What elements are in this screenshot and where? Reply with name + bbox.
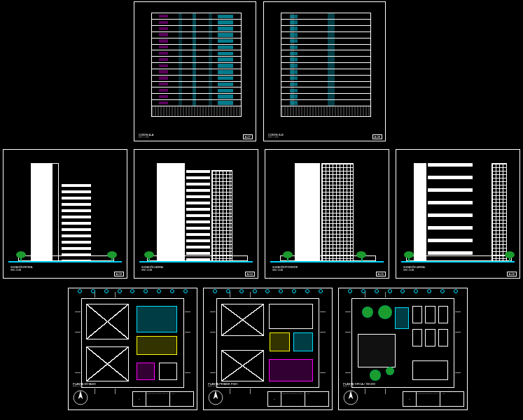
tree-icon bbox=[356, 251, 366, 261]
sheet-cell: A-03 bbox=[440, 392, 463, 406]
sheet-title: ELEVACIÓN LATERAL ESC 1:100 bbox=[142, 266, 164, 272]
tower-wide-bands bbox=[428, 163, 473, 261]
ground-line bbox=[401, 261, 515, 262]
room bbox=[395, 307, 409, 328]
room bbox=[269, 304, 314, 328]
parking-stall bbox=[412, 306, 422, 323]
logo-cell: ▲ bbox=[268, 392, 281, 406]
logo-cell: ▲ bbox=[133, 392, 146, 406]
sheet-section-a: CORTE A-A ESC 1:100 A-07 bbox=[134, 1, 256, 141]
tower-slot bbox=[52, 163, 59, 261]
project-cell: EDIFICIO MULTIFAMILIAR bbox=[416, 392, 440, 406]
sheet-title: ELEVACIÓN LATERAL ESC 1:100 bbox=[404, 266, 426, 272]
grid-bubbles bbox=[348, 289, 457, 296]
void-area bbox=[221, 350, 264, 382]
sheet-number: A-06 bbox=[507, 272, 517, 276]
sheet-title: PLANTA TÍPICA / TECHO ESC 1:100 bbox=[343, 383, 375, 388]
svg-marker-2 bbox=[214, 391, 218, 399]
building-section bbox=[151, 13, 242, 116]
sheet-number: A-04 bbox=[245, 272, 255, 276]
sheet-title: PLANTA PRIMER PISO ESC 1:100 bbox=[208, 383, 237, 388]
tree-icon bbox=[16, 251, 26, 261]
landscape-icon bbox=[379, 306, 391, 318]
grid-bubbles bbox=[78, 289, 187, 296]
title-block: ▲ EDIFICIO MULTIFAMILIAR A-01 bbox=[132, 391, 194, 407]
parking-stall bbox=[438, 329, 448, 346]
sheet-cell: A-01 bbox=[169, 392, 193, 406]
ground-hatch bbox=[281, 106, 370, 116]
room bbox=[269, 359, 314, 382]
sheet-title: CORTE A-A ESC 1:100 bbox=[139, 134, 154, 139]
ground-line bbox=[139, 261, 253, 262]
logo-cell: ▲ bbox=[403, 392, 416, 406]
room bbox=[137, 306, 177, 332]
tower-solid bbox=[157, 163, 185, 261]
scale-text: ESC 1:100 bbox=[139, 136, 154, 139]
ground-line bbox=[8, 261, 122, 262]
sheet-number: A-03 bbox=[114, 272, 124, 276]
tower-solid bbox=[414, 163, 426, 261]
building-section bbox=[281, 13, 371, 116]
void-area bbox=[221, 304, 264, 335]
podium bbox=[147, 255, 248, 261]
tree-icon bbox=[505, 251, 515, 261]
sheet-elev-3: ELEVACIÓN POSTERIOR ESC 1:100 A-05 bbox=[265, 149, 389, 279]
tower-solid bbox=[31, 163, 52, 261]
void-area bbox=[86, 304, 129, 339]
void-area bbox=[86, 346, 129, 382]
drawing-section-b bbox=[267, 5, 382, 138]
north-arrow-icon bbox=[208, 390, 223, 405]
sheet-plan-3: ▲ EDIFICIO MULTIFAMILIAR A-03 PLANTA TÍP… bbox=[338, 288, 468, 410]
room bbox=[358, 334, 396, 368]
landscape-icon bbox=[370, 370, 380, 380]
svg-marker-0 bbox=[78, 391, 83, 399]
parking-stall bbox=[438, 306, 448, 323]
project-cell: EDIFICIO MULTIFAMILIAR bbox=[146, 392, 169, 406]
sheet-number: A-05 bbox=[376, 272, 386, 276]
podium bbox=[18, 255, 114, 261]
ground-hatch bbox=[152, 106, 241, 116]
room bbox=[137, 336, 177, 356]
room bbox=[159, 363, 177, 380]
room bbox=[137, 363, 155, 380]
sheet-title: PLANTA SÓTANO ESC 1:100 bbox=[73, 383, 96, 388]
parking-stall bbox=[425, 306, 435, 323]
parking-stall bbox=[425, 329, 435, 346]
plan-outline bbox=[216, 298, 319, 388]
north-arrow-icon bbox=[343, 390, 358, 405]
sheet-elev-4: ELEVACIÓN LATERAL ESC 1:100 A-06 bbox=[396, 149, 520, 279]
sheet-number: A-07 bbox=[243, 134, 253, 139]
tower-grid bbox=[211, 170, 232, 261]
sheet-plan-1: ▲ EDIFICIO MULTIFAMILIAR A-01 PLANTA SÓT… bbox=[68, 288, 197, 410]
project-cell: EDIFICIO MULTIFAMILIAR bbox=[281, 392, 305, 406]
sheet-section-b: CORTE B-B ESC 1:100 A-08 bbox=[263, 1, 386, 141]
parking-stall bbox=[412, 360, 449, 380]
grid-bubbles bbox=[213, 289, 322, 296]
plan-outline bbox=[351, 298, 454, 388]
room bbox=[293, 332, 314, 352]
svg-marker-4 bbox=[349, 391, 354, 399]
tower-solid bbox=[295, 163, 320, 261]
scale-text: ESC 1:100 bbox=[268, 136, 284, 139]
sheet-title: ELEVACIÓN FRONTAL ESC 1:100 bbox=[11, 266, 34, 272]
tower-bands bbox=[62, 184, 91, 261]
tower-bands bbox=[186, 170, 210, 261]
sheet-number: A-08 bbox=[372, 134, 382, 139]
parking-stall bbox=[412, 329, 422, 346]
sheet-title: CORTE B-B ESC 1:100 bbox=[268, 134, 284, 139]
ground-line bbox=[270, 261, 384, 262]
north-arrow-icon bbox=[73, 390, 88, 405]
tree-icon bbox=[404, 251, 414, 261]
podium bbox=[406, 255, 512, 261]
room bbox=[270, 332, 290, 352]
sheet-elev-2: ELEVACIÓN LATERAL ESC 1:100 A-04 bbox=[134, 149, 258, 279]
sheet-plan-2: ▲ EDIFICIO MULTIFAMILIAR A-02 PLANTA PRI… bbox=[203, 288, 333, 410]
tower-grid bbox=[321, 163, 354, 261]
title-block: ▲ EDIFICIO MULTIFAMILIAR A-03 bbox=[403, 391, 464, 407]
tree-icon bbox=[107, 251, 117, 261]
title-block: ▲ EDIFICIO MULTIFAMILIAR A-02 bbox=[267, 391, 329, 407]
sheet-title: ELEVACIÓN POSTERIOR ESC 1:100 bbox=[273, 266, 298, 272]
tower-grid bbox=[491, 163, 507, 261]
tree-icon bbox=[283, 251, 293, 261]
sheet-cell: A-02 bbox=[305, 392, 328, 406]
